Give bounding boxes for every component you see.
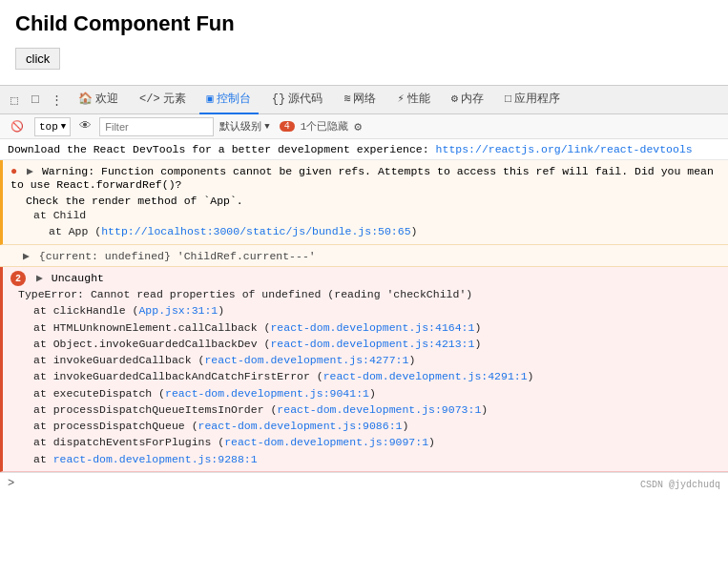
tab-welcome[interactable]: 🏠 欢迎 bbox=[71, 86, 126, 114]
warning-expand[interactable]: ▶ bbox=[27, 165, 33, 177]
react-dom-4291-link[interactable]: react-dom.development.js:4291:1 bbox=[323, 370, 528, 382]
error-message: 2 ▶ Uncaught TypeError: Cannot read prop… bbox=[0, 267, 728, 472]
top-context-selector[interactable]: top ▼ bbox=[34, 117, 71, 136]
console-prompt: > bbox=[8, 477, 14, 490]
filter-input[interactable] bbox=[99, 117, 214, 136]
react-dom-9073-link[interactable]: react-dom.development.js:9073:1 bbox=[277, 403, 481, 416]
tab-performance[interactable]: ⚡ 性能 bbox=[389, 86, 437, 114]
react-dom-9288-link[interactable]: react-dom.development.js:9288:1 bbox=[53, 453, 258, 465]
tab-elements[interactable]: </> 元素 bbox=[132, 86, 194, 114]
application-icon: □ bbox=[505, 93, 511, 106]
tab-application[interactable]: □ 应用程序 bbox=[497, 86, 568, 114]
console-icon: ▣ bbox=[207, 92, 214, 106]
obj-expand-triangle: ▶ bbox=[23, 250, 30, 262]
tab-sources[interactable]: {} 源代码 bbox=[264, 86, 330, 114]
stack-executedispatch: at executeDispatch (react-dom.developmen… bbox=[10, 385, 720, 401]
react-devtools-link[interactable]: https://reactjs.org/link/react-devtools bbox=[436, 143, 693, 155]
bundle-link[interactable]: http://localhost:3000/static/js/bundle.j… bbox=[101, 225, 410, 237]
default-level-selector[interactable]: 默认级别 ▼ bbox=[219, 119, 269, 134]
top-dropdown-arrow: ▼ bbox=[61, 122, 66, 132]
warning-body: Check the render method of `App`. at Chi… bbox=[10, 195, 720, 240]
stack-processdispatchitems: at processDispatchQueueItemsInOrder (rea… bbox=[10, 401, 720, 418]
react-dom-9041-link[interactable]: react-dom.development.js:9041:1 bbox=[165, 387, 369, 400]
stack-dispatchevents: at dispatchEventsForPlugins (react-dom.d… bbox=[10, 434, 720, 450]
elements-icon: </> bbox=[139, 93, 160, 106]
error-number-badge: 2 bbox=[10, 271, 26, 286]
eye-icon[interactable]: 👁 bbox=[76, 118, 94, 135]
stack-line-child: at Child bbox=[26, 207, 720, 223]
devtools-icons: ⬚ □ ⋮ bbox=[6, 92, 65, 109]
settings-icon[interactable]: ⚙ bbox=[354, 119, 362, 134]
stack-processdispatchqueue: at processDispatchQueue (react-dom.devel… bbox=[10, 418, 720, 434]
app-jsx-link[interactable]: App.jsx:31:1 bbox=[138, 304, 218, 317]
click-button[interactable]: click bbox=[15, 48, 60, 70]
level-dropdown-arrow: ▼ bbox=[264, 122, 269, 132]
device-icon[interactable]: □ bbox=[27, 92, 44, 109]
warning-message: ● ▶ Warning: Function components cannot … bbox=[0, 160, 728, 245]
error-header: 2 ▶ Uncaught bbox=[10, 271, 720, 287]
stack-line-app: at App (http://localhost:3000/static/js/… bbox=[26, 223, 720, 239]
dots-icon[interactable]: ⋮ bbox=[48, 92, 65, 109]
page-content: Child Component Fun click bbox=[0, 0, 728, 85]
react-dom-4277-link[interactable]: react-dom.development.js:4277:1 bbox=[204, 354, 408, 366]
stack-invokeguardeddev: at Object.invokeGuardedCallbackDev (reac… bbox=[10, 336, 720, 352]
console-toolbar: 🚫 top ▼ 👁 默认级别 ▼ 4 1个已隐藏 ⚙ bbox=[0, 114, 728, 139]
stack-callcallback: at HTMLUnknownElement.callCallback (reac… bbox=[10, 319, 720, 336]
inspect-icon[interactable]: ⬚ bbox=[6, 92, 23, 109]
error-count-badge: 4 bbox=[280, 121, 295, 132]
stack-invokeguardedcatch: at invokeGuardedCallbackAndCatchFirstErr… bbox=[10, 368, 720, 384]
clear-console-button[interactable]: 🚫 bbox=[6, 119, 29, 134]
react-dom-9097-link[interactable]: react-dom.development.js:9097:1 bbox=[224, 436, 428, 448]
hidden-count-text: 1个已隐藏 bbox=[301, 119, 349, 134]
stack-invokeguarded: at invokeGuardedCallback (react-dom.deve… bbox=[10, 352, 720, 368]
page-title: Child Component Fun bbox=[15, 11, 713, 36]
tab-memory[interactable]: ⚙ 内存 bbox=[444, 86, 491, 114]
react-dom-4164-link[interactable]: react-dom.development.js:4164:1 bbox=[270, 321, 474, 334]
watermark: CSDN @jydchudq bbox=[640, 480, 720, 490]
performance-icon: ⚡ bbox=[397, 92, 404, 106]
info-message: Download the React DevTools for a better… bbox=[0, 139, 728, 160]
warning-header: ● ▶ Warning: Function components cannot … bbox=[10, 164, 720, 191]
devtools-panel: ⬚ □ ⋮ 🏠 欢迎 </> 元素 ▣ 控制台 {} 源代码 ≋ 网络 ⚡ 性能 bbox=[0, 85, 728, 494]
memory-icon: ⚙ bbox=[451, 92, 458, 106]
welcome-icon: 🏠 bbox=[78, 92, 93, 106]
object-preview[interactable]: ▶ {current: undefined} 'ChildRef.current… bbox=[0, 245, 728, 267]
stack-clickhandle: at clickHandle (App.jsx:31:1) bbox=[10, 302, 720, 319]
obj-preview-text: {current: undefined} 'ChildRef.current--… bbox=[39, 250, 316, 262]
sources-icon: {} bbox=[272, 93, 285, 106]
tab-network[interactable]: ≋ 网络 bbox=[336, 86, 384, 114]
warning-icon: ● bbox=[10, 165, 17, 178]
react-dom-9086-link[interactable]: react-dom.development.js:9086:1 bbox=[198, 420, 403, 432]
console-input-row: > bbox=[0, 472, 728, 494]
error-expand[interactable]: ▶ bbox=[36, 272, 43, 284]
network-icon: ≋ bbox=[343, 92, 350, 106]
tab-console[interactable]: ▣ 控制台 bbox=[199, 86, 259, 114]
console-messages: Download the React DevTools for a better… bbox=[0, 139, 728, 494]
error-type-line: TypeError: Cannot read properties of und… bbox=[10, 286, 720, 302]
stack-last-line: at react-dom.development.js:9288:1 bbox=[10, 451, 720, 467]
devtools-toolbar: ⬚ □ ⋮ 🏠 欢迎 </> 元素 ▣ 控制台 {} 源代码 ≋ 网络 ⚡ 性能 bbox=[0, 86, 728, 114]
react-dom-4213-link[interactable]: react-dom.development.js:4213:1 bbox=[270, 338, 474, 350]
